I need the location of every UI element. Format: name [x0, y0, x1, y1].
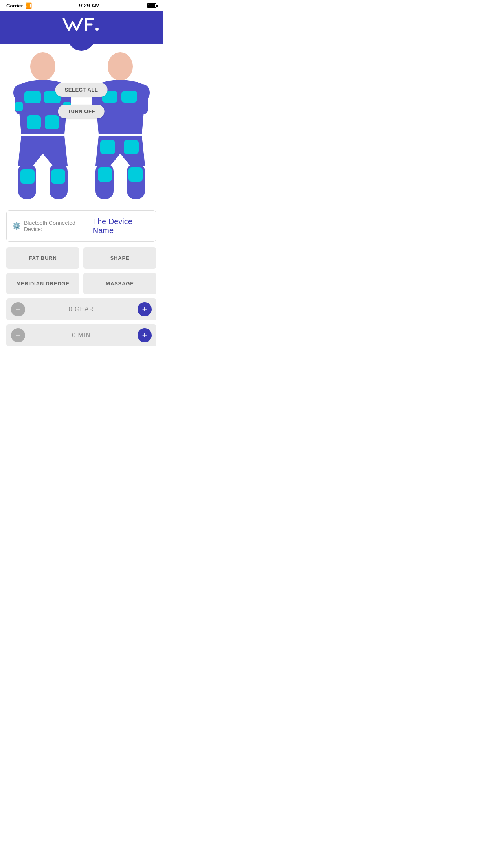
pad-thigh-right[interactable]	[51, 169, 65, 184]
body-diagram-area: SELECT ALL TURN OFF	[0, 44, 163, 206]
front-body-figure	[9, 51, 76, 202]
status-bar: Carrier 📶 9:29 AM	[0, 0, 163, 11]
fat-burn-button[interactable]: FAT BURN	[6, 247, 79, 269]
shape-button[interactable]: SHAPE	[83, 247, 156, 269]
min-increase-button[interactable]: +	[133, 324, 156, 346]
pad-back-upper-right[interactable]	[121, 91, 137, 103]
gear-plus-icon: +	[138, 302, 152, 316]
min-plus-icon: +	[138, 328, 152, 342]
device-info-box: ⚙️ Bluetooth Connected Device: The Devic…	[6, 210, 156, 242]
svg-point-3	[95, 28, 99, 31]
middle-buttons: SELECT ALL TURN OFF	[55, 83, 108, 118]
pad-thigh-left[interactable]	[20, 169, 35, 184]
device-name: The Device Name	[93, 217, 150, 235]
pad-back-thigh-left[interactable]	[98, 167, 112, 182]
svg-point-13	[108, 52, 133, 81]
carrier-label: Carrier	[6, 3, 23, 9]
status-bar-time: 9:29 AM	[79, 2, 100, 9]
body-figures-container: SELECT ALL TURN OFF	[4, 51, 159, 202]
pad-abdomen-left[interactable]	[27, 115, 41, 129]
gear-stepper-row: − 0 GEAR +	[6, 298, 156, 320]
wifi-icon: 📶	[25, 2, 32, 9]
svg-rect-18	[137, 87, 148, 114]
gear-value-label: 0 GEAR	[30, 306, 133, 313]
min-minus-icon: −	[11, 328, 25, 342]
pad-chest-left[interactable]	[24, 91, 41, 103]
gear-increase-button[interactable]: +	[133, 298, 156, 320]
min-value-label: 0 MIN	[30, 332, 133, 339]
gear-decrease-button[interactable]: −	[6, 298, 30, 320]
meridian-dredge-button[interactable]: MERIDIAN DREDGE	[6, 273, 79, 294]
select-all-button[interactable]: SELECT ALL	[55, 83, 108, 97]
back-body-figure	[87, 51, 154, 202]
min-stepper-row: − 0 MIN +	[6, 324, 156, 346]
controls-area: ⚙️ Bluetooth Connected Device: The Devic…	[0, 206, 163, 354]
pad-back-thigh-right[interactable]	[128, 167, 143, 182]
svg-point-4	[30, 52, 55, 81]
app-logo	[62, 16, 101, 36]
pad-shoulder-left[interactable]	[15, 102, 23, 111]
massage-button[interactable]: MASSAGE	[83, 273, 156, 294]
status-bar-left: Carrier 📶	[6, 2, 32, 9]
turn-off-button[interactable]: TURN OFF	[58, 105, 105, 118]
battery-icon	[147, 3, 156, 8]
mode-buttons-grid: FAT BURN SHAPE MERIDIAN DREDGE MASSAGE	[6, 247, 156, 294]
front-body-svg	[9, 51, 76, 201]
min-decrease-button[interactable]: −	[6, 324, 30, 346]
bluetooth-label: Bluetooth Connected Device:	[24, 220, 90, 232]
status-bar-right	[147, 3, 156, 8]
app-header	[0, 11, 163, 44]
back-body-svg	[87, 51, 154, 201]
gear-minus-icon: −	[11, 302, 25, 316]
pad-glute-right[interactable]	[124, 140, 139, 154]
bluetooth-icon: ⚙️	[12, 222, 21, 230]
pad-glute-left[interactable]	[100, 140, 115, 154]
